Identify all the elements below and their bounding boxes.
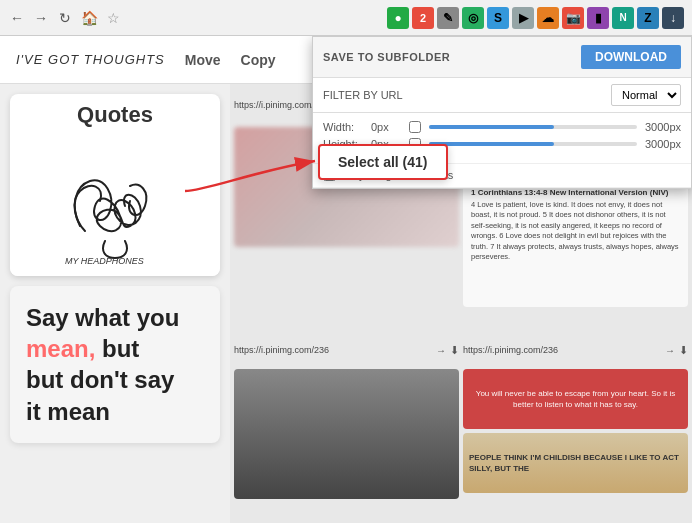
arrow-icon-4[interactable]: → (665, 345, 675, 356)
arrow-icon-3[interactable]: → (436, 345, 446, 356)
left-panel: Quotes MY HEADPHONES Say what you (0, 84, 230, 523)
it-mean: it mean (26, 398, 110, 425)
ext-icon-1[interactable]: ● (387, 7, 409, 29)
width-row: Width: 0px 3000px (323, 121, 681, 133)
browser-toolbar: ← → ↻ 🏠 ☆ ● 2 ✎ ◎ S ▶ ☁ 📷 ▮ N Z ↓ (0, 0, 692, 36)
svg-text:MY HEADPHONES: MY HEADPHONES (65, 256, 144, 266)
download-icon-4[interactable]: ⬇ (679, 344, 688, 357)
ext-icon-4[interactable]: ◎ (462, 7, 484, 29)
say-what-line1: Say what you (26, 304, 179, 331)
tab-thoughts-title: I'VE GOT THOUGHTS (16, 52, 165, 67)
width-label: Width: (323, 121, 363, 133)
height-slider-track[interactable] (429, 142, 637, 146)
right-bottom-col: You will never be able to escape from yo… (463, 369, 688, 519)
url-right-2: https://i.pinimg.com/236 (463, 345, 661, 355)
height-max: 3000px (645, 138, 681, 150)
tab-copy-button[interactable]: Copy (241, 52, 276, 68)
ext-icon-6[interactable]: ▶ (512, 7, 534, 29)
download-button[interactable]: DOWNLOAD (581, 45, 681, 69)
filter-row: FILTER BY URL Normal (313, 78, 691, 113)
but-dont: but (102, 335, 139, 362)
panel-header: SAVE TO SUBFOLDER DOWNLOAD (313, 37, 691, 78)
width-value: 0px (371, 121, 401, 133)
ext-icon-11[interactable]: Z (637, 7, 659, 29)
home-icon[interactable]: 🏠 (80, 9, 98, 27)
star-icon[interactable]: ☆ (104, 9, 122, 27)
extension-icons: ● 2 ✎ ◎ S ▶ ☁ 📷 ▮ N Z ↓ (387, 7, 684, 29)
nav-icons: ← → ↻ 🏠 ☆ (8, 9, 383, 27)
back-icon[interactable]: ← (8, 9, 26, 27)
quotes-card: Quotes MY HEADPHONES (10, 94, 220, 276)
bible-verse: 4 Love is patient, love is kind. It does… (471, 200, 680, 263)
people-think-text: PEOPLE THINK I'M CHILDISH BECAUSE I LIKE… (469, 452, 682, 474)
say-what-card: Say what you mean, but but don't say it … (10, 286, 220, 443)
ext-icon-3[interactable]: ✎ (437, 7, 459, 29)
you-will-text: You will never be able to escape from yo… (469, 388, 682, 410)
width-max: 3000px (645, 121, 681, 133)
bottom-image-grid: You will never be able to escape from yo… (230, 369, 692, 523)
width-slider-fill (429, 125, 554, 129)
headphones-svg: MY HEADPHONES (50, 146, 180, 266)
width-checkbox[interactable] (409, 121, 421, 133)
width-slider-track[interactable] (429, 125, 637, 129)
reload-icon[interactable]: ↻ (56, 9, 74, 27)
main-content: I'VE GOT THOUGHTS Move Copy Quotes MY HE… (0, 36, 692, 523)
dark-image-left (234, 369, 459, 499)
height-slider-fill (429, 142, 554, 146)
select-all-box[interactable]: Select all (41) (318, 144, 448, 180)
url-left-2: https://i.pinimg.com/236 (234, 345, 432, 355)
quotes-title: Quotes (10, 94, 220, 136)
download-icon-3[interactable]: ⬇ (450, 344, 459, 357)
ext-icon-2[interactable]: 2 (412, 7, 434, 29)
ext-icon-10[interactable]: N (612, 7, 634, 29)
say-what-text: Say what you mean, but but don't say it … (26, 302, 204, 427)
tab-move-button[interactable]: Move (185, 52, 221, 68)
forward-icon[interactable]: → (32, 9, 50, 27)
ext-icon-7[interactable]: ☁ (537, 7, 559, 29)
headphones-image: MY HEADPHONES (10, 136, 220, 276)
ext-icon-5[interactable]: S (487, 7, 509, 29)
you-will-card: You will never be able to escape from yo… (463, 369, 688, 429)
save-to-subfolder-label: SAVE TO SUBFOLDER (323, 51, 450, 63)
select-all-label: Select all (41) (338, 154, 428, 170)
ext-icon-8[interactable]: 📷 (562, 7, 584, 29)
ext-icon-9[interactable]: ▮ (587, 7, 609, 29)
people-think-card: PEOPLE THINK I'M CHILDISH BECAUSE I LIKE… (463, 433, 688, 493)
url-row-2: https://i.pinimg.com/236 → ⬇ https://i.p… (230, 332, 692, 369)
filter-by-url-label: FILTER BY URL (323, 89, 603, 101)
ext-icon-12[interactable]: ↓ (662, 7, 684, 29)
filter-select[interactable]: Normal (611, 84, 681, 106)
dont-say: but don't say (26, 366, 174, 393)
mean-highlight: mean, (26, 335, 95, 362)
